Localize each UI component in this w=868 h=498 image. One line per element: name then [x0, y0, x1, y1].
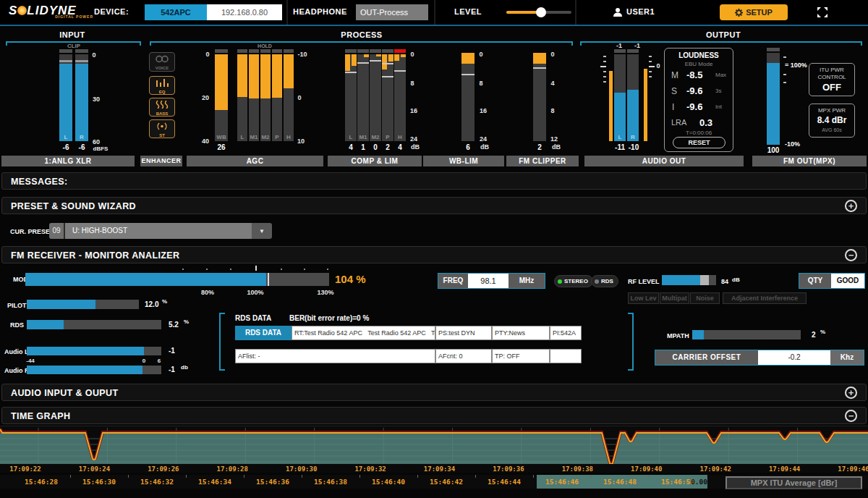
mhz-button[interactable]: MHz	[509, 274, 545, 288]
flag-low-lev[interactable]: Low Lev	[628, 292, 659, 304]
freq-button[interactable]: FREQ	[438, 274, 468, 288]
meter-fill	[662, 275, 700, 285]
khz-button[interactable]: Khz	[830, 350, 864, 365]
qty-value: GOOD	[831, 274, 864, 288]
hold-label: HOLD	[258, 43, 272, 48]
rds-data-button[interactable]: RDS DATA	[235, 326, 292, 340]
headphone-select[interactable]: OUT-Process	[356, 4, 428, 20]
timeline-tick	[649, 475, 650, 478]
flag-multipath[interactable]: Multipat	[660, 292, 689, 304]
loudness-s-value: -9.6	[686, 85, 702, 96]
itu-pwr-control[interactable]: ITU PWR CONTROL OFF	[809, 63, 855, 96]
collapse-icon[interactable]	[845, 410, 857, 422]
ber-label: BER(bit error rate)=0 %	[289, 314, 369, 322]
group-title-input: INPUT	[59, 30, 85, 39]
device-ip-field[interactable]: 192.168.0.80	[207, 4, 282, 20]
freq-value-field[interactable]: 98.1	[468, 274, 509, 288]
enhancer-eq-button[interactable]: EQ	[149, 76, 175, 95]
fm-out-mpx-bar[interactable]: FM OUT(MPX)	[752, 156, 867, 166]
agc-wb-value: 26	[217, 143, 225, 151]
fm-receiver-bar[interactable]: FM RECEIVER - MONITOR ANALIZER	[1, 246, 867, 263]
chevron-down-icon: ▼	[259, 228, 265, 235]
comp-lim-bar[interactable]: COMP & LIM	[328, 156, 422, 166]
voice-icon	[155, 55, 169, 63]
audio-io-bar[interactable]: AUDIO INPUT & OUPUT	[1, 384, 867, 401]
rds-afcnt-field[interactable]: AFcnt: 0	[435, 349, 492, 363]
solidyne-logo: SLIDYNE DIGITAL POWER	[9, 4, 92, 21]
input-value-l: -6	[63, 143, 69, 151]
carrier-offset-button[interactable]: CARRIER OFFSET	[655, 350, 758, 365]
audio-l-label: Audio L	[4, 348, 29, 355]
rds-ps-field[interactable]: PS:test DYN	[435, 326, 492, 340]
headphone-label: HEADPHONE	[293, 7, 347, 16]
device-name-button[interactable]: 542APC	[145, 4, 207, 20]
graph-time-label: 17:09:32	[354, 465, 386, 473]
time-graph-bar[interactable]: TIME GRAPH	[1, 407, 867, 424]
enhancer-st-button[interactable]: ST	[149, 119, 175, 138]
scale-label: 40	[202, 138, 209, 145]
rds-empty-field[interactable]	[550, 349, 582, 363]
meter-fill	[272, 54, 282, 98]
rds-pi-field[interactable]: PI:542A	[550, 326, 582, 340]
level-slider-thumb[interactable]	[536, 7, 546, 17]
setup-button[interactable]: SETUP	[720, 4, 788, 20]
tick	[783, 82, 786, 83]
pilot-meter	[27, 300, 139, 309]
meter-fill	[25, 273, 266, 286]
timeline-tick	[128, 475, 129, 478]
enhancer-bar[interactable]: ENHANCER	[140, 156, 182, 166]
audio-scale-label: 6	[158, 358, 161, 364]
rds-tp-field[interactable]: TP: OFF	[492, 349, 550, 363]
wblim-bar[interactable]: WB-LIM	[423, 156, 504, 166]
preset-dropdown-button[interactable]: ▼	[252, 223, 272, 239]
enhancer-voice-button[interactable]: VOICE	[149, 52, 175, 72]
audio-r-meter	[27, 366, 161, 374]
expand-icon[interactable]	[845, 200, 857, 212]
preset-select[interactable]: U: HIGH-BOOST	[65, 223, 252, 239]
rds-pty-field[interactable]: PTY:News	[492, 326, 550, 340]
carrier-offset-group: CARRIER OFFSET -0.2 Khz	[655, 350, 864, 366]
fmclipper-bar[interactable]: FM CLIPPER	[506, 156, 579, 166]
rds-rt-field[interactable]: RT:Test Radio 542 APC Test Radio 542 APC…	[292, 326, 435, 340]
wblim-value: 6	[466, 143, 470, 151]
comp-value: 1	[361, 143, 365, 151]
flag-noise[interactable]: Noise	[690, 292, 720, 304]
flag-adjacent[interactable]: Adjacent Interference	[723, 292, 807, 304]
scale-label: 8	[550, 107, 554, 114]
loudness-reset-button[interactable]: RESET	[673, 137, 726, 148]
graph-time-label: 17:09:38	[562, 465, 593, 473]
tick	[603, 81, 606, 83]
timeline-tick	[244, 475, 244, 478]
audioout-peak-r: -1	[634, 42, 640, 49]
mod-scale-label: 100%	[247, 289, 263, 296]
scale-label: 8	[410, 80, 414, 87]
timeline-tick	[475, 475, 476, 478]
agc-bar[interactable]: AGC	[187, 156, 323, 166]
rds-meter	[27, 320, 161, 329]
fullscreen-icon[interactable]	[817, 7, 827, 17]
messages-bar[interactable]: MESSAGES:	[1, 172, 867, 190]
fmclipper-meter	[533, 49, 546, 141]
expand-icon[interactable]	[845, 387, 857, 399]
audioout-peak-l: -1	[616, 42, 622, 49]
collapse-icon[interactable]	[845, 249, 857, 261]
carrier-offset-value[interactable]: -0.2	[758, 350, 830, 365]
audio-r-label: Audio R	[4, 367, 30, 374]
scale-label: 0	[550, 51, 554, 58]
mpx-itu-average-button[interactable]: MPX ITU Average [dBr]	[726, 476, 862, 489]
audio-l-value: -1	[169, 347, 175, 355]
output-bracket	[580, 41, 862, 46]
enhancer-bass-button[interactable]: BASS	[149, 98, 175, 117]
audioout-bar[interactable]: AUDIO OUT	[584, 156, 744, 166]
meter-fill	[352, 54, 357, 66]
separator	[286, 0, 288, 25]
meter-fill	[345, 54, 350, 71]
input-source-bar[interactable]: 1:ANLG XLR	[1, 156, 135, 166]
level-slider[interactable]	[506, 11, 571, 14]
rds-aflist-field[interactable]: AFlist: -	[235, 349, 435, 363]
comp-value: 0	[373, 143, 378, 151]
rf-value: 84	[721, 278, 728, 285]
rf-thumb	[700, 275, 709, 285]
preset-wizard-bar[interactable]: PRESET & SOUND WIZARD	[1, 197, 867, 214]
qty-button[interactable]: QTY	[799, 274, 831, 288]
